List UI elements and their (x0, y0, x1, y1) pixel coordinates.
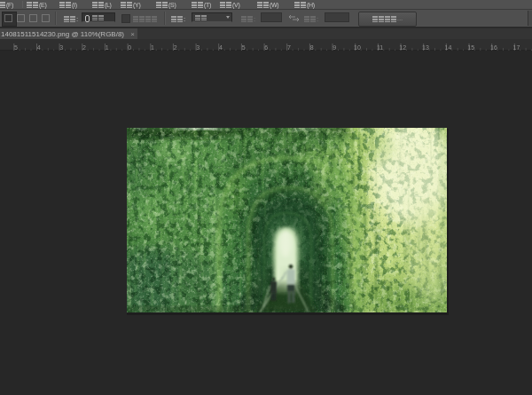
svg-text:4: 4 (37, 44, 41, 51)
svg-text:9: 9 (332, 44, 336, 51)
svg-text:16: 16 (490, 44, 497, 51)
svg-text:5: 5 (14, 44, 18, 51)
svg-text:8: 8 (310, 44, 314, 51)
svg-text:3: 3 (196, 44, 200, 51)
svg-text:1: 1 (106, 44, 109, 51)
svg-text:17: 17 (513, 44, 520, 51)
svg-text:13: 13 (422, 44, 429, 51)
svg-text:14: 14 (445, 44, 452, 51)
svg-text:4: 4 (219, 44, 223, 51)
svg-text:11: 11 (377, 44, 383, 51)
svg-text:2: 2 (82, 44, 86, 51)
svg-text:2: 2 (174, 44, 177, 51)
svg-text:7: 7 (287, 44, 291, 51)
svg-text:3: 3 (59, 44, 63, 51)
svg-text:6: 6 (264, 44, 268, 51)
svg-text:5: 5 (242, 44, 246, 51)
svg-text:15: 15 (467, 44, 474, 51)
svg-text:0: 0 (128, 44, 131, 51)
svg-text:1: 1 (151, 44, 154, 51)
svg-text:10: 10 (354, 44, 361, 51)
svg-text:12: 12 (399, 44, 406, 51)
